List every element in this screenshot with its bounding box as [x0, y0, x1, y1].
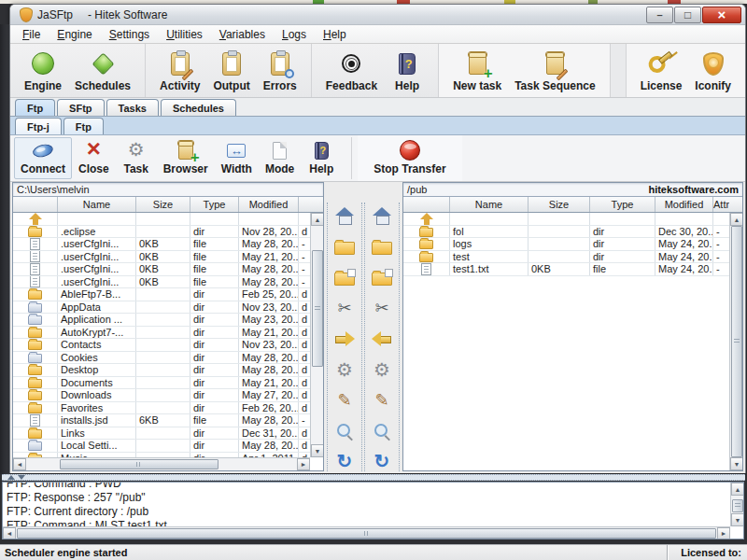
- table-row[interactable]: ContactsdirNov 23, 20...d: [13, 339, 323, 352]
- stop-transfer-button[interactable]: Stop Transfer: [367, 137, 452, 179]
- column-header-modified[interactable]: Modified: [655, 197, 713, 212]
- log-splitter[interactable]: [2, 474, 745, 481]
- log-vertical-scrollbar[interactable]: [730, 483, 743, 526]
- close-button[interactable]: [702, 7, 741, 23]
- settings-icon[interactable]: [332, 360, 357, 379]
- tab-sftp[interactable]: SFtp: [57, 99, 104, 116]
- table-row[interactable]: [403, 213, 742, 226]
- activity-button[interactable]: Activity: [153, 46, 206, 95]
- subtab-ftp[interactable]: Ftp: [63, 118, 104, 134]
- search-icon[interactable]: [332, 422, 357, 441]
- menu-variables[interactable]: Variables: [211, 26, 274, 43]
- scrollbar-thumb[interactable]: [312, 250, 323, 367]
- table-row[interactable]: AbleFtp7-B...dirFeb 25, 20...d: [13, 288, 323, 301]
- width-button[interactable]: Width: [215, 137, 259, 179]
- license-button[interactable]: License: [634, 46, 689, 95]
- table-row[interactable]: .userCfgIni...0KBfileMay 28, 20...-: [13, 238, 323, 251]
- table-row[interactable]: .userCfgIni...0KBfileMay 21, 20...-: [13, 251, 323, 264]
- output-button[interactable]: Output: [206, 46, 256, 95]
- table-row[interactable]: DocumentsdirMay 21, 20...d: [13, 377, 323, 390]
- errors-button[interactable]: Errors: [257, 46, 303, 95]
- edit-icon[interactable]: [332, 391, 357, 410]
- mode-button[interactable]: Mode: [259, 137, 301, 179]
- column-header-name[interactable]: Name: [58, 197, 136, 212]
- browser-button[interactable]: +Browser: [157, 137, 215, 179]
- scroll-down-arrow[interactable]: [311, 444, 324, 457]
- column-header-blank[interactable]: [13, 197, 58, 212]
- table-row[interactable]: Application ...dirMay 23, 20...d: [13, 314, 323, 327]
- scroll-up-arrow[interactable]: [731, 483, 744, 496]
- column-header-name[interactable]: Name: [450, 197, 529, 212]
- table-row[interactable]: .userCfgIni...0KBfileMay 28, 20...-: [13, 263, 323, 276]
- feedback-button[interactable]: Feedback: [319, 46, 384, 95]
- table-row[interactable]: [13, 213, 323, 226]
- scrollbar-thumb[interactable]: [17, 528, 716, 539]
- column-header-size[interactable]: Size: [136, 197, 190, 212]
- subtab-ftp-j[interactable]: Ftp-j: [15, 118, 62, 134]
- scroll-right-arrow[interactable]: [717, 527, 730, 539]
- table-row[interactable]: testdirMay 24, 20...-: [403, 251, 742, 264]
- table-row[interactable]: test1.txt0KBfileMay 24, 20...-: [403, 263, 742, 276]
- task-sequence-button[interactable]: Task Sequence: [508, 46, 601, 95]
- copy-folder-icon[interactable]: [370, 268, 394, 287]
- table-row[interactable]: CookiesdirMay 28, 20...d: [13, 352, 323, 365]
- edit-icon[interactable]: [370, 391, 394, 410]
- engine-button[interactable]: Engine: [18, 46, 68, 95]
- scroll-left-arrow[interactable]: [13, 458, 26, 470]
- column-header-type[interactable]: Type: [190, 197, 239, 212]
- scroll-up-arrow[interactable]: [730, 213, 743, 226]
- column-header-size[interactable]: Size: [529, 197, 590, 212]
- cut-icon[interactable]: [370, 299, 394, 317]
- scroll-down-arrow[interactable]: [731, 513, 744, 526]
- menu-engine[interactable]: Engine: [49, 26, 100, 43]
- task-button[interactable]: Task: [116, 137, 157, 179]
- scrollbar-thumb[interactable]: [732, 499, 743, 512]
- table-row[interactable]: LinksdirDec 31, 20...d: [13, 427, 323, 441]
- scroll-down-arrow[interactable]: [730, 457, 743, 470]
- maximize-button[interactable]: [674, 7, 701, 23]
- close-button[interactable]: Close: [72, 137, 116, 179]
- log-horizontal-scrollbar[interactable]: [3, 526, 730, 539]
- local-vertical-scrollbar[interactable]: [310, 213, 323, 457]
- help-button[interactable]: Help: [301, 137, 342, 179]
- table-row[interactable]: Local Setti...dirMay 28, 20...d: [13, 440, 323, 453]
- search-icon[interactable]: [370, 422, 394, 441]
- new-task-button[interactable]: +New task: [446, 46, 508, 95]
- home-icon[interactable]: [370, 206, 394, 225]
- table-row[interactable]: .eclipsedirNov 28, 20...d: [13, 226, 323, 239]
- column-header-blank[interactable]: [299, 197, 310, 212]
- splitter-expand-icon[interactable]: [7, 475, 15, 480]
- table-row[interactable]: AutoKrypt7-...dirMay 21, 20...d: [13, 327, 323, 340]
- table-row[interactable]: .userCfgIni...0KBfileMay 28, 20...-: [13, 276, 323, 289]
- home-icon[interactable]: [332, 206, 357, 225]
- table-row[interactable]: foldirDec 30, 20...-: [403, 226, 742, 239]
- table-row[interactable]: DownloadsdirMay 27, 20...d: [13, 389, 323, 402]
- schedules-button[interactable]: Schedules: [68, 46, 137, 95]
- tab-schedules[interactable]: Schedules: [161, 99, 236, 116]
- open-folder-icon[interactable]: [332, 237, 357, 256]
- local-horizontal-scrollbar[interactable]: [13, 457, 310, 470]
- splitter-collapse-icon[interactable]: [18, 475, 25, 480]
- menu-file[interactable]: File: [14, 26, 49, 43]
- transfer-right-icon[interactable]: [332, 329, 357, 348]
- menu-logs[interactable]: Logs: [274, 26, 315, 43]
- remote-vertical-scrollbar[interactable]: [729, 213, 742, 470]
- help-button[interactable]: Help: [384, 46, 430, 95]
- minimize-button[interactable]: [646, 7, 673, 23]
- tab-ftp[interactable]: Ftp: [15, 99, 55, 116]
- refresh-icon[interactable]: [332, 453, 357, 471]
- menu-help[interactable]: Help: [315, 26, 355, 43]
- menu-settings[interactable]: Settings: [101, 26, 158, 43]
- scroll-up-arrow[interactable]: [311, 213, 324, 226]
- column-header-blank[interactable]: [403, 197, 450, 212]
- menu-utilities[interactable]: Utilities: [158, 26, 211, 43]
- scrollbar-thumb[interactable]: [60, 459, 218, 469]
- scroll-right-arrow[interactable]: [297, 458, 310, 470]
- column-header-attr[interactable]: Attr: [713, 197, 729, 212]
- table-row[interactable]: installs.jsd6KBfileMay 28, 20...-: [13, 414, 323, 427]
- iconify-button[interactable]: Iconify: [688, 46, 738, 95]
- tab-tasks[interactable]: Tasks: [106, 99, 159, 116]
- table-row[interactable]: AppDatadirNov 23, 20...d: [13, 301, 323, 315]
- open-folder-icon[interactable]: [370, 237, 394, 256]
- column-header-modified[interactable]: Modified: [239, 197, 299, 212]
